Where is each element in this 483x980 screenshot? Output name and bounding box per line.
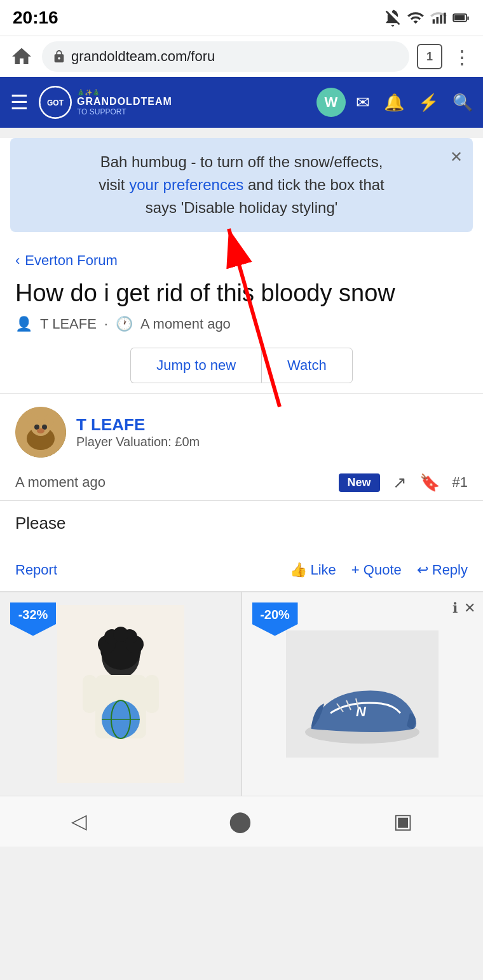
- logo-lights: 🎄✨🎄: [77, 89, 172, 96]
- post-meta-row: A moment ago New ↗ 🔖 #1: [0, 468, 483, 501]
- thumbs-up-icon: 👍: [290, 562, 307, 578]
- svg-text:GOT: GOT: [47, 99, 64, 107]
- bottom-nav: ◁ ⬤ ▣: [0, 796, 483, 847]
- svg-rect-26: [145, 675, 159, 713]
- flash-icon[interactable]: ⚡: [418, 93, 439, 112]
- breadcrumb-link[interactable]: Everton Forum: [25, 252, 118, 269]
- quote-button[interactable]: + Quote: [351, 562, 402, 578]
- nav-bar: ☰ GOT 🎄✨🎄 GRANDOLDTEAM TO SUPPORT W ✉ 🔔 …: [0, 77, 483, 128]
- notice-text-3: and tick the box that: [243, 176, 384, 193]
- reply-icon: ↩: [417, 562, 428, 578]
- svg-rect-25: [83, 675, 97, 713]
- clock-icon: 🕐: [116, 316, 133, 332]
- url-text: grandoldteam.com/foru: [71, 48, 215, 65]
- post-content: Please: [0, 501, 483, 552]
- post-actions-right: New ↗ 🔖 #1: [339, 473, 468, 493]
- report-button[interactable]: Report: [15, 562, 57, 578]
- browser-bar: grandoldteam.com/foru 1 ⋮: [0, 36, 483, 77]
- dot-separator: ·: [104, 316, 108, 332]
- ad-info-icon[interactable]: ℹ: [452, 600, 458, 616]
- post-avatar[interactable]: [15, 407, 66, 458]
- notice-text-2: visit: [99, 176, 129, 193]
- ad-close-button[interactable]: ✕: [464, 600, 475, 616]
- svg-rect-2: [437, 17, 439, 24]
- post-username[interactable]: T LEAFE: [76, 415, 468, 435]
- svg-rect-4: [444, 13, 446, 24]
- post-footer: Report 👍 Like + Quote ↩ Reply: [0, 552, 483, 592]
- new-badge: New: [339, 473, 380, 492]
- ad-left[interactable]: -32%: [0, 592, 242, 796]
- post-user-valuation: Player Valuation: £0m: [76, 435, 468, 449]
- bell-muted-icon: [384, 9, 402, 27]
- post-time: A moment ago: [15, 474, 105, 491]
- hamburger-menu[interactable]: ☰: [10, 90, 29, 114]
- logo-subtext: TO SUPPORT: [77, 107, 172, 116]
- wifi-icon: [407, 9, 425, 27]
- ad-left-svg: [57, 605, 184, 783]
- search-icon[interactable]: 🔍: [452, 93, 473, 112]
- ad-right[interactable]: ℹ ✕ N: [242, 592, 484, 796]
- thread-author: T LEAFE: [40, 316, 97, 332]
- svg-point-32: [113, 627, 128, 642]
- status-icons: [384, 9, 470, 27]
- svg-rect-6: [454, 15, 465, 20]
- lock-icon: [52, 50, 66, 64]
- svg-rect-3: [440, 15, 442, 24]
- bell-icon[interactable]: 🔔: [384, 93, 404, 112]
- url-bar[interactable]: grandoldteam.com/foru: [42, 41, 409, 72]
- logo-name: GRANDOLDTEAM: [77, 96, 172, 107]
- share-icon[interactable]: ↗: [393, 473, 407, 493]
- bookmark-icon[interactable]: 🔖: [419, 473, 440, 493]
- avatar-svg: [15, 407, 66, 458]
- logo-circle: GOT: [39, 86, 72, 119]
- notice-text-4: says 'Disable holiday styling': [146, 199, 338, 216]
- logo-image: GOT: [39, 86, 71, 118]
- home-button[interactable]: ⬤: [229, 809, 252, 833]
- post-number: #1: [452, 474, 468, 491]
- like-button[interactable]: 👍 Like: [290, 562, 336, 578]
- watch-button[interactable]: Watch: [261, 348, 353, 383]
- jump-to-new-button[interactable]: Jump to new: [130, 348, 261, 383]
- post-area: T LEAFE Player Valuation: £0m A moment a…: [0, 394, 483, 592]
- author-icon: 👤: [15, 316, 32, 332]
- mail-icon[interactable]: ✉: [356, 93, 370, 112]
- notice-link[interactable]: your preferences: [129, 176, 243, 193]
- back-button[interactable]: ◁: [71, 809, 87, 833]
- site-logo[interactable]: GOT 🎄✨🎄 GRANDOLDTEAM TO SUPPORT: [39, 86, 306, 119]
- thread-title: How do i get rid of this bloody snow: [0, 274, 483, 316]
- nav-icons: ✉ 🔔 ⚡ 🔍: [356, 93, 473, 112]
- user-avatar[interactable]: W: [316, 88, 346, 117]
- tab-button[interactable]: 1: [417, 44, 442, 69]
- breadcrumb: ‹ Everton Forum: [0, 242, 483, 274]
- recents-button[interactable]: ▣: [393, 809, 412, 833]
- main-content: ✕ Bah humbug - to turn off the snow/effe…: [0, 138, 483, 796]
- thread-time: A moment ago: [140, 316, 231, 332]
- avatar-image: [15, 407, 66, 458]
- notice-text-1: Bah humbug - to turn off the snow/effect…: [100, 153, 383, 170]
- post-header: T LEAFE Player Valuation: £0m: [0, 394, 483, 468]
- home-icon[interactable]: [9, 44, 34, 69]
- ad-controls[interactable]: ℹ ✕: [452, 600, 475, 616]
- breadcrumb-back-icon[interactable]: ‹: [15, 252, 20, 269]
- more-menu-button[interactable]: ⋮: [450, 46, 474, 68]
- ad-section: -32% ℹ ✕ N: [0, 592, 483, 796]
- reply-button[interactable]: ↩ Reply: [417, 562, 468, 578]
- notice-close-button[interactable]: ✕: [450, 146, 463, 168]
- battery-icon: [452, 9, 470, 27]
- signal-icon: [430, 9, 447, 27]
- status-time: 20:16: [13, 8, 58, 28]
- status-bar: 20:16: [0, 0, 483, 36]
- ad-right-svg: N: [286, 630, 439, 758]
- svg-point-18: [37, 428, 44, 433]
- logo-text-block: 🎄✨🎄 GRANDOLDTEAM TO SUPPORT: [77, 89, 172, 116]
- action-buttons: Jump to new Watch: [15, 348, 468, 383]
- thread-meta: 👤 T LEAFE · 🕐 A moment ago: [0, 316, 483, 343]
- svg-rect-1: [433, 19, 435, 24]
- notice-banner: ✕ Bah humbug - to turn off the snow/effe…: [10, 138, 473, 232]
- post-reactions: 👍 Like + Quote ↩ Reply: [290, 562, 468, 578]
- post-user-info: T LEAFE Player Valuation: £0m: [76, 415, 468, 449]
